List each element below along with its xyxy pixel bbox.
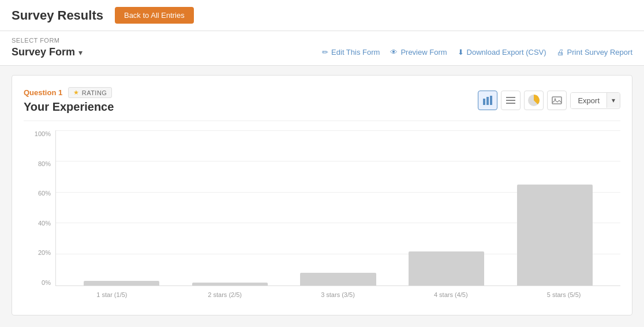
back-to-all-entries-button[interactable]: Back to All Entries	[115, 7, 194, 24]
sub-actions: ✏ Edit This Form 👁 Preview Form ⬇ Downlo…	[322, 48, 632, 57]
bar	[84, 281, 159, 285]
y-axis-label: 0%	[24, 279, 55, 286]
x-axis-label: 1 star (1/5)	[96, 291, 127, 298]
sub-bar: SELECT FORM Survey Form ▾ ✏ Edit This Fo…	[0, 31, 644, 66]
x-axis-label: 4 stars (4/5)	[434, 291, 468, 298]
bar	[517, 185, 593, 285]
bar-group	[392, 130, 501, 285]
bar-group	[68, 130, 176, 285]
chart-plot	[55, 130, 620, 286]
download-export-label: Download Export (CSV)	[467, 48, 546, 57]
question-type-label: RATING	[82, 89, 107, 96]
export-label: Export	[571, 93, 606, 108]
star-icon: ★	[73, 89, 80, 96]
main-content: Question 1 ★ RATING Your Experience	[0, 66, 644, 325]
image-chart-button[interactable]	[547, 91, 567, 110]
print-survey-label: Print Survey Report	[567, 48, 632, 57]
top-bar: Survey Results Back to All Entries	[0, 0, 644, 31]
bar	[409, 251, 484, 285]
y-axis-label: 40%	[24, 220, 55, 227]
question-title: Your Experience	[24, 100, 114, 114]
bar-group	[500, 130, 609, 285]
bar-group	[284, 130, 392, 285]
chevron-down-icon: ▾	[78, 48, 83, 57]
survey-card: Question 1 ★ RATING Your Experience	[12, 75, 632, 315]
question-type-badge: ★ RATING	[68, 87, 112, 98]
list-view-button[interactable]	[501, 91, 521, 110]
bars-container	[56, 130, 620, 285]
svg-rect-4	[506, 100, 515, 101]
pie-chart-button[interactable]	[524, 91, 544, 110]
bar	[192, 283, 268, 285]
edit-form-link[interactable]: ✏ Edit This Form	[322, 48, 380, 57]
download-export-link[interactable]: ⬇ Download Export (CSV)	[458, 48, 546, 57]
x-label-group: 4 stars (4/5)	[394, 291, 507, 298]
edit-form-label: Edit This Form	[331, 48, 380, 57]
edit-icon: ✏	[322, 48, 328, 57]
x-axis-label: 2 stars (2/5)	[208, 291, 242, 298]
svg-rect-3	[506, 97, 515, 98]
question-meta: Question 1 ★ RATING	[24, 87, 114, 98]
form-selector-name: Survey Form	[12, 46, 75, 58]
x-labels: 1 star (1/5)2 stars (2/5)3 stars (3/5)4 …	[55, 286, 620, 303]
chart-controls: Export ▾	[478, 91, 620, 110]
x-label-group: 2 stars (2/5)	[169, 291, 282, 298]
y-axis-label: 80%	[24, 160, 55, 167]
chart-container: 0%20%40%60%80%100% 1 star (1/5)2 stars (…	[24, 130, 620, 303]
y-axis: 0%20%40%60%80%100%	[24, 130, 55, 286]
svg-rect-1	[486, 97, 489, 105]
svg-rect-7	[552, 97, 561, 104]
select-form-label: SELECT FORM	[12, 37, 632, 44]
bar-group	[176, 130, 284, 285]
y-axis-label: 20%	[24, 249, 55, 256]
y-axis-label: 100%	[24, 130, 55, 137]
x-label-group: 1 star (1/5)	[55, 291, 169, 298]
x-label-group: 3 stars (3/5)	[282, 291, 395, 298]
svg-point-8	[555, 99, 556, 100]
chart-area: 0%20%40%60%80%100% 1 star (1/5)2 stars (…	[24, 130, 620, 303]
preview-form-label: Preview Form	[400, 48, 447, 57]
export-dropdown-arrow[interactable]: ▾	[606, 93, 620, 108]
bar-chart-button[interactable]	[478, 91, 497, 110]
question-header: Question 1 ★ RATING Your Experience	[24, 87, 620, 121]
page-title: Survey Results	[12, 8, 103, 23]
export-dropdown: Export ▾	[570, 92, 620, 109]
preview-form-link[interactable]: 👁 Preview Form	[390, 48, 447, 57]
svg-rect-0	[483, 99, 485, 105]
x-axis-label: 3 stars (3/5)	[321, 291, 355, 298]
bar	[300, 273, 376, 285]
question-info: Question 1 ★ RATING Your Experience	[24, 87, 114, 114]
sub-bar-row: Survey Form ▾ ✏ Edit This Form 👁 Preview…	[12, 46, 632, 58]
question-number: Question 1	[24, 88, 62, 97]
svg-rect-2	[490, 96, 492, 105]
svg-rect-5	[506, 103, 515, 104]
eye-icon: 👁	[390, 48, 398, 57]
y-axis-label: 60%	[24, 190, 55, 197]
print-survey-link[interactable]: 🖨 Print Survey Report	[557, 48, 632, 57]
download-icon: ⬇	[458, 48, 464, 57]
form-selector[interactable]: Survey Form ▾	[12, 46, 83, 58]
x-axis-label: 5 stars (5/5)	[547, 291, 581, 298]
print-icon: 🖨	[557, 48, 564, 57]
x-label-group: 5 stars (5/5)	[507, 291, 620, 298]
